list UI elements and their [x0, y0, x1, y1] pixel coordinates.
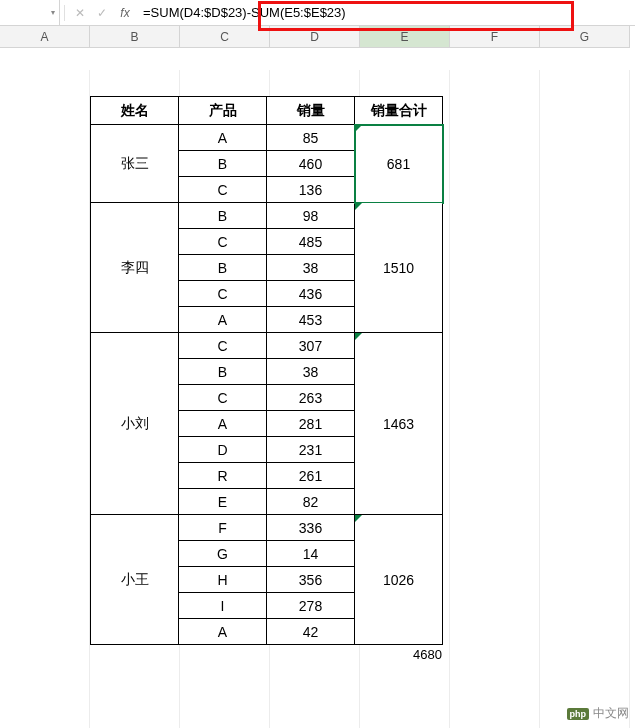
formula-input[interactable] — [137, 0, 635, 25]
cell-sales[interactable]: 278 — [267, 593, 355, 619]
cell-sales[interactable]: 436 — [267, 281, 355, 307]
cell-product[interactable]: C — [179, 229, 267, 255]
watermark-text: 中文网 — [593, 705, 629, 722]
cell-product[interactable]: A — [179, 307, 267, 333]
cell-product[interactable]: C — [179, 333, 267, 359]
cell-sales[interactable]: 231 — [267, 437, 355, 463]
cell-name[interactable]: 小王 — [91, 515, 179, 645]
cancel-icon[interactable]: ✕ — [69, 6, 91, 20]
table-row: 李四 B 98 1510 — [91, 203, 443, 229]
data-table: 姓名 产品 销量 销量合计 张三 A 85 681 B 460 C 136 — [90, 96, 443, 645]
cell-product[interactable]: A — [179, 411, 267, 437]
cell-product[interactable]: C — [179, 177, 267, 203]
cell-sales[interactable]: 85 — [267, 125, 355, 151]
watermark-logo: php — [567, 708, 590, 720]
cell-product[interactable]: G — [179, 541, 267, 567]
cell-sales[interactable]: 98 — [267, 203, 355, 229]
grand-total-cell[interactable]: 4680 — [90, 645, 442, 662]
cell-total[interactable]: 1026 — [355, 515, 443, 645]
cell-product[interactable]: B — [179, 359, 267, 385]
cell-sales[interactable]: 261 — [267, 463, 355, 489]
cell-sales[interactable]: 136 — [267, 177, 355, 203]
column-header-b[interactable]: B — [90, 26, 180, 48]
table-header-row: 姓名 产品 销量 销量合计 — [91, 97, 443, 125]
table-row: 小刘 C 307 1463 — [91, 333, 443, 359]
cell-total[interactable]: 1510 — [355, 203, 443, 333]
cell-product[interactable]: I — [179, 593, 267, 619]
cell-product[interactable]: A — [179, 125, 267, 151]
cell-sales[interactable]: 42 — [267, 619, 355, 645]
cell-sales[interactable]: 82 — [267, 489, 355, 515]
cell-sales[interactable]: 485 — [267, 229, 355, 255]
cell-product[interactable]: B — [179, 151, 267, 177]
cell-total[interactable]: 1463 — [355, 333, 443, 515]
cell-sales[interactable]: 453 — [267, 307, 355, 333]
cell-product[interactable]: B — [179, 203, 267, 229]
cell-product[interactable]: H — [179, 567, 267, 593]
cell-sales[interactable]: 336 — [267, 515, 355, 541]
column-header-a[interactable]: A — [0, 26, 90, 48]
cell-sales[interactable]: 263 — [267, 385, 355, 411]
watermark: php 中文网 — [567, 705, 630, 722]
column-header-d[interactable]: D — [270, 26, 360, 48]
cell-name[interactable]: 小刘 — [91, 333, 179, 515]
cell-product[interactable]: F — [179, 515, 267, 541]
fx-icon[interactable]: fx — [113, 6, 137, 20]
cell-sales[interactable]: 307 — [267, 333, 355, 359]
cell-sales[interactable]: 14 — [267, 541, 355, 567]
table-row: 小王 F 336 1026 — [91, 515, 443, 541]
cell-sales[interactable]: 38 — [267, 359, 355, 385]
column-header-g[interactable]: G — [540, 26, 630, 48]
cell-product[interactable]: C — [179, 385, 267, 411]
cell-product[interactable]: C — [179, 281, 267, 307]
cell-total[interactable]: 681 — [355, 125, 443, 203]
cell-sales[interactable]: 460 — [267, 151, 355, 177]
column-header-e[interactable]: E — [360, 26, 450, 48]
data-table-wrapper: 姓名 产品 销量 销量合计 张三 A 85 681 B 460 C 136 — [90, 96, 443, 662]
cell-product[interactable]: R — [179, 463, 267, 489]
cell-name[interactable]: 张三 — [91, 125, 179, 203]
name-box-dropdown-icon[interactable]: ▾ — [51, 8, 55, 17]
column-headers: A B C D E F G — [0, 26, 635, 48]
cell-product[interactable]: D — [179, 437, 267, 463]
formula-bar-divider — [64, 5, 65, 21]
column-header-c[interactable]: C — [180, 26, 270, 48]
name-box[interactable]: ▾ — [0, 0, 60, 25]
header-product[interactable]: 产品 — [179, 97, 267, 125]
confirm-icon[interactable]: ✓ — [91, 6, 113, 20]
table-row: 张三 A 85 681 — [91, 125, 443, 151]
cell-sales[interactable]: 281 — [267, 411, 355, 437]
header-name[interactable]: 姓名 — [91, 97, 179, 125]
cell-sales[interactable]: 38 — [267, 255, 355, 281]
cell-product[interactable]: B — [179, 255, 267, 281]
spreadsheet-grid[interactable]: 姓名 产品 销量 销量合计 张三 A 85 681 B 460 C 136 — [0, 48, 635, 728]
formula-bar: ▾ ✕ ✓ fx — [0, 0, 635, 26]
cell-product[interactable]: E — [179, 489, 267, 515]
cell-product[interactable]: A — [179, 619, 267, 645]
header-total[interactable]: 销量合计 — [355, 97, 443, 125]
header-sales[interactable]: 销量 — [267, 97, 355, 125]
column-header-f[interactable]: F — [450, 26, 540, 48]
cell-name[interactable]: 李四 — [91, 203, 179, 333]
cell-sales[interactable]: 356 — [267, 567, 355, 593]
